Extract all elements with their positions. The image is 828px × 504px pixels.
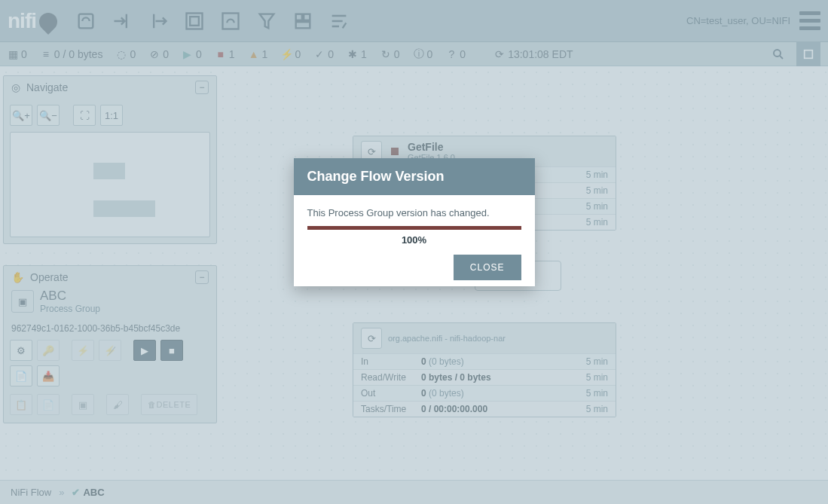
modal-overlay: Change Flow Version This Process Group v… (0, 0, 828, 504)
close-button[interactable]: CLOSE (454, 255, 521, 280)
progress-label: 100% (307, 234, 521, 246)
progress-bar (307, 226, 521, 230)
dialog-message: This Process Group version has changed. (307, 207, 521, 218)
progress-fill (307, 226, 521, 230)
dialog-title: Change Flow Version (294, 158, 535, 195)
change-flow-version-dialog: Change Flow Version This Process Group v… (294, 158, 535, 286)
